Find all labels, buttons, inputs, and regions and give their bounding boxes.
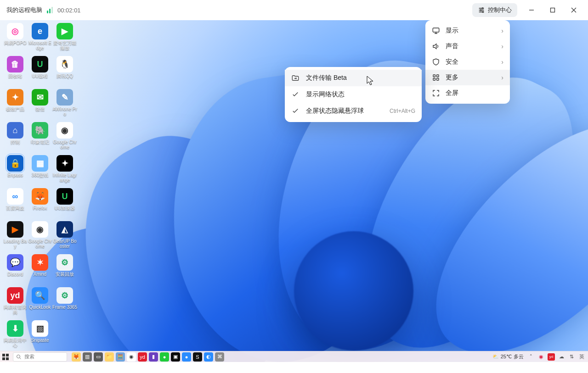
svg-rect-10 (6, 354, 9, 356)
desktop-icon[interactable]: ⬇网易应用中心 (3, 320, 28, 352)
desktop-icon[interactable]: 🗑回收站 (3, 56, 28, 88)
taskbar-search[interactable]: 搜索 (13, 352, 67, 362)
icon-label: 网易POPO (4, 40, 27, 45)
desktop-icon[interactable]: ⚙安装回放 (52, 254, 77, 286)
desktop-icon[interactable]: 🔍QuickLook (28, 287, 52, 319)
app-icon: ✉ (32, 89, 48, 106)
cc-item-expand[interactable]: 全屏 (425, 85, 510, 101)
submenu-item[interactable]: 显示网络状态 (285, 86, 422, 103)
tray-network-icon[interactable]: ⇅ (568, 353, 575, 361)
monitor-icon (432, 27, 440, 35)
desktop-icon[interactable]: ✶Xmind (28, 254, 52, 286)
desktop-icon[interactable]: 🐘印象笔记 (28, 122, 52, 154)
icon-label: Google Chrome (28, 239, 52, 249)
taskbar-app-wechat[interactable]: ● (160, 352, 169, 362)
app-icon: e (32, 23, 48, 39)
desktop-icon[interactable]: 💬Discord (3, 254, 28, 286)
icon-label: Infinite Lagrange (52, 173, 77, 183)
desktop-icon[interactable]: 🔒Enpass (3, 155, 28, 187)
sound-icon (432, 42, 440, 50)
desktop-icon[interactable]: ▦360壁纸 (28, 155, 52, 187)
taskbar-app-calc[interactable]: 🧮 (116, 352, 125, 362)
tray-ime-icon[interactable]: 英 (578, 353, 585, 361)
desktop-icon[interactable]: ✎AWinone Pro (52, 89, 77, 121)
maximize-button[interactable] (542, 0, 563, 20)
desktop-icon[interactable]: ∞百度网盘 (3, 188, 28, 220)
signal-icon (47, 7, 53, 13)
window-controls (521, 0, 584, 20)
chevron-right-icon: › (501, 58, 503, 66)
desktop-icon[interactable]: 🦊Firefox (28, 188, 52, 220)
tray-chrome-icon[interactable]: ◉ (537, 353, 545, 361)
weather-icon: ⛅ (492, 354, 499, 360)
icon-label: 腾讯QQ (57, 73, 73, 78)
cc-item-label: 安全 (446, 58, 458, 66)
icon-label: Snipaste (31, 338, 49, 343)
icon-label: 网易有道词典 (3, 305, 28, 315)
taskbar-app-app3[interactable]: ◐ (204, 352, 213, 362)
desktop-icon[interactable]: UUU加速器 (52, 188, 77, 220)
icon-label: 控制 (11, 139, 20, 145)
remote-desktop[interactable]: ◎网易POPOeMicrosoft Edge▶爱奇艺万能播放🗑回收站UUU远程🐧… (0, 20, 588, 362)
cc-item-shield[interactable]: 安全› (425, 54, 510, 70)
desktop-icon[interactable]: ⚙Frame 3365 (52, 287, 77, 319)
chevron-right-icon: › (501, 43, 503, 50)
app-icon: U (32, 56, 48, 72)
app-icon: ◎ (7, 23, 23, 39)
weather-desc: 多云 (514, 353, 524, 360)
cc-item-monitor[interactable]: 显示› (425, 23, 510, 39)
tray-onedrive-icon[interactable]: ☁ (558, 353, 565, 361)
taskbar-app-app2[interactable]: ● (182, 352, 191, 362)
app-icon: ⚙ (57, 287, 73, 304)
desktop-icon[interactable]: eMicrosoft Edge (28, 23, 52, 55)
svg-point-2 (482, 11, 484, 13)
taskbar-app-explorer[interactable]: 📁 (105, 352, 114, 362)
taskbar-app-window[interactable]: ▭ (94, 352, 103, 362)
folder-arrow-icon (291, 74, 300, 82)
cc-item-grid[interactable]: 更多› (425, 70, 510, 85)
desktop-icon[interactable]: ◎网易POPO (3, 23, 28, 55)
desktop-icon[interactable]: 🐧腾讯QQ (52, 56, 77, 88)
taskbar-app-terminal[interactable]: ▣ (171, 352, 180, 362)
icon-label: Discord (7, 272, 23, 277)
icon-label: Microsoft Edge (28, 40, 52, 50)
app-icon: ⬇ (7, 320, 23, 337)
tray-chevron-up-icon[interactable]: ˄ (527, 353, 535, 361)
start-button[interactable] (0, 351, 11, 362)
desktop-icon[interactable]: ✦Infinite Lagrange (52, 155, 77, 187)
submenu-item[interactable]: 文件传输 Beta (285, 70, 422, 86)
taskbar-app-app1[interactable]: ▮ (149, 352, 158, 362)
desktop-icon[interactable]: ◉Google Chrome (28, 221, 52, 253)
tray-youdao-icon[interactable]: yd (548, 353, 555, 361)
taskbar-app-youdao[interactable]: yd (138, 352, 147, 362)
control-center-label: 控制中心 (488, 6, 512, 14)
submenu-item[interactable]: 全屏状态隐藏悬浮球Ctrl+Alt+G (285, 103, 422, 119)
cc-item-label: 声音 (446, 42, 458, 50)
cc-item-sound[interactable]: 声音› (425, 39, 510, 54)
desktop-icon[interactable]: ⌂控制 (3, 122, 28, 154)
desktop-icon[interactable]: ▶爱奇艺万能播放 (52, 23, 77, 55)
submenu-shortcut: Ctrl+Alt+G (390, 108, 415, 114)
taskbar-app-app4[interactable]: ⌘ (215, 352, 224, 362)
desktop-icon[interactable]: ◭GearUP Booster (52, 221, 77, 253)
taskbar-app-taskview[interactable]: ▥ (83, 352, 92, 362)
desktop-icon[interactable]: ▶Loading Bay (3, 221, 28, 253)
close-button[interactable] (563, 0, 584, 20)
desktop-icon[interactable]: ▧Snipaste (28, 320, 52, 352)
icon-label: UU远程 (32, 73, 48, 78)
desktop-icon[interactable]: yd网易有道词典 (3, 287, 28, 319)
check-icon (291, 107, 300, 115)
desktop-icon[interactable]: ✦极致产品 (3, 89, 28, 121)
taskbar-weather[interactable]: ⛅ 25℃ 多云 (492, 353, 524, 360)
desktop-icon[interactable]: ◉Google Chrome (52, 122, 77, 154)
taskbar-app-chrome[interactable]: ◉ (127, 352, 136, 362)
titlebar: 我的远程电脑 00:02:01 控制中心 (0, 0, 588, 20)
minimize-button[interactable] (521, 0, 542, 20)
desktop-icon[interactable]: ✉微信 (28, 89, 52, 121)
control-center-button[interactable]: 控制中心 (472, 3, 517, 17)
desktop-icon[interactable]: UUU远程 (28, 56, 52, 88)
session-timer: 00:02:01 (57, 7, 81, 14)
taskbar-app-steam[interactable]: S (193, 352, 202, 362)
control-center-menu: 显示›声音›安全›更多›全屏 (425, 20, 510, 104)
taskbar-app-firefox[interactable]: 🦊 (72, 352, 81, 362)
